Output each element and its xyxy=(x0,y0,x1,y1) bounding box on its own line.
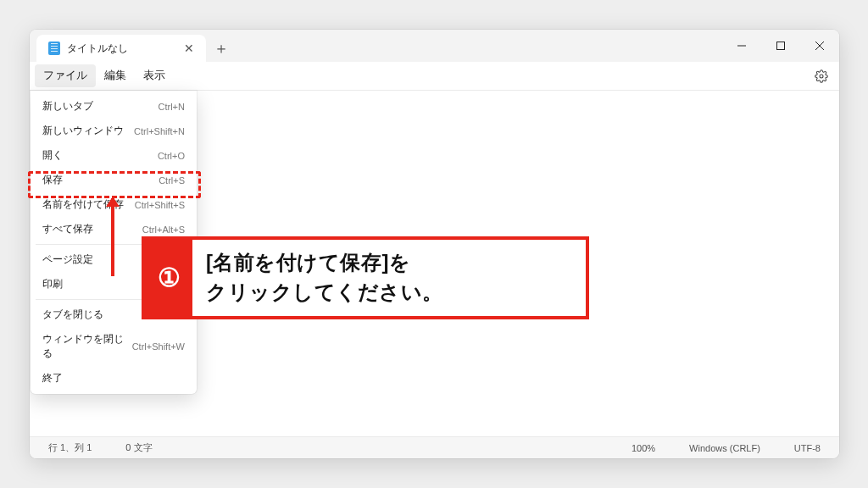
menu-item-label: タブを閉じる xyxy=(42,308,156,322)
annotation-step-badge: ① xyxy=(145,240,192,316)
menu-close-window[interactable]: ウィンドウを閉じる Ctrl+Shift+W xyxy=(31,327,197,366)
menu-item-label: 名前を付けて保存 xyxy=(42,197,135,212)
menu-exit[interactable]: 終了 xyxy=(31,366,197,391)
tab-close-button[interactable]: ✕ xyxy=(181,40,198,57)
menu-open[interactable]: 開く Ctrl+O xyxy=(31,143,197,168)
statusbar: 行 1、列 1 0 文字 100% Windows (CRLF) UTF-8 xyxy=(30,436,839,458)
menu-new-tab[interactable]: 新しいタブ Ctrl+N xyxy=(31,94,197,119)
svg-point-4 xyxy=(820,75,823,78)
menu-item-label: 新しいウィンドウ xyxy=(42,124,134,138)
menu-item-label: 保存 xyxy=(42,173,159,187)
settings-button[interactable] xyxy=(809,64,834,89)
titlebar-drag-area[interactable] xyxy=(236,30,722,62)
menu-item-shortcut: Ctrl+N xyxy=(159,102,185,112)
menu-save[interactable]: 保存 Ctrl+S xyxy=(31,168,197,192)
window-controls xyxy=(722,30,839,62)
status-zoom[interactable]: 100% xyxy=(625,443,662,453)
status-char-count: 0 文字 xyxy=(119,441,159,454)
menu-item-shortcut: Ctrl+S xyxy=(159,175,185,186)
menu-item-label: 開く xyxy=(42,148,158,163)
close-button[interactable] xyxy=(800,30,839,62)
menu-item-shortcut: Ctrl+Shift+W xyxy=(132,341,185,352)
menu-item-label: すべて保存 xyxy=(42,222,142,236)
menu-edit[interactable]: 編集 xyxy=(96,64,135,87)
maximize-button[interactable] xyxy=(761,30,800,62)
svg-rect-1 xyxy=(777,42,785,50)
new-tab-button[interactable]: ＋ xyxy=(206,35,236,62)
annotation-line1: [名前を付けて保存]を xyxy=(206,251,410,274)
annotation-callout: ① [名前を付けて保存]を クリックしてください。 xyxy=(142,236,589,319)
titlebar[interactable]: タイトルなし ✕ ＋ xyxy=(30,30,839,62)
status-position: 行 1、列 1 xyxy=(42,441,98,454)
menu-item-shortcut: Ctrl+Shift+S xyxy=(135,200,185,210)
menu-item-shortcut: Ctrl+O xyxy=(158,151,185,161)
status-encoding[interactable]: UTF-8 xyxy=(787,443,827,453)
menu-file[interactable]: ファイル xyxy=(35,64,96,87)
menu-save-as[interactable]: 名前を付けて保存 Ctrl+Shift+S xyxy=(31,192,197,217)
annotation-text: [名前を付けて保存]を クリックしてください。 xyxy=(192,240,457,316)
menu-view[interactable]: 表示 xyxy=(135,64,174,87)
menu-item-label: 終了 xyxy=(42,371,185,385)
menu-item-label: 新しいタブ xyxy=(42,99,159,114)
menu-item-label: ウィンドウを閉じる xyxy=(42,332,132,361)
tab-untitled[interactable]: タイトルなし ✕ xyxy=(36,35,206,62)
menu-new-window[interactable]: 新しいウィンドウ Ctrl+Shift+N xyxy=(31,119,197,143)
status-eol[interactable]: Windows (CRLF) xyxy=(682,443,767,453)
menubar: ファイル 編集 表示 xyxy=(30,62,839,91)
annotation-line2: クリックしてください。 xyxy=(206,280,443,303)
menu-item-shortcut: Ctrl+Shift+N xyxy=(134,126,185,136)
tab-title: タイトルなし xyxy=(67,42,174,56)
menu-item-shortcut: Ctrl+Alt+S xyxy=(142,225,185,235)
document-icon xyxy=(48,42,60,55)
minimize-button[interactable] xyxy=(722,30,761,62)
